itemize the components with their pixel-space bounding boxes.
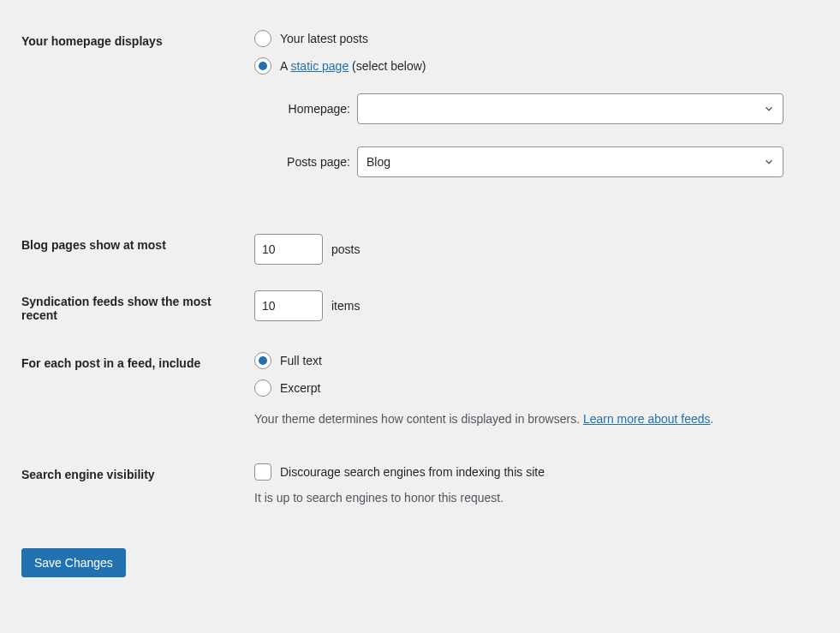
syndication-label: Syndication feeds show the most recent [21,278,246,339]
blog-pages-unit: posts [331,242,360,256]
homepage-select-label: Homepage: [273,102,350,116]
syndication-input[interactable] [254,290,323,321]
search-visibility-desc: It is up to search engines to honor this… [254,491,810,505]
homepage-static-page-label[interactable]: A static page (select below) [280,59,426,73]
learn-more-feeds-link[interactable]: Learn more about feeds [583,412,711,426]
feed-include-label: For each post in a feed, include [21,339,246,451]
feed-excerpt-label[interactable]: Excerpt [280,381,320,395]
posts-page-select-label: Posts page: [273,155,350,169]
blog-pages-label: Blog pages show at most [21,221,246,278]
save-changes-button[interactable]: Save Changes [21,548,126,577]
posts-page-select[interactable]: Blog [357,146,783,177]
syndication-unit: items [331,299,360,313]
feed-description: Your theme determines how content is dis… [254,412,810,426]
homepage-static-page-radio[interactable] [254,57,271,75]
feed-full-text-label[interactable]: Full text [280,354,322,367]
homepage-latest-posts-radio[interactable] [254,30,271,47]
feed-full-text-radio[interactable] [254,352,271,369]
feed-excerpt-radio[interactable] [254,379,271,397]
static-page-link[interactable]: static page [290,59,349,73]
search-visibility-checkbox-label[interactable]: Discourage search engines from indexing … [280,465,545,479]
homepage-select[interactable] [357,93,783,124]
search-visibility-checkbox[interactable] [254,463,271,481]
blog-pages-input[interactable] [254,234,323,265]
homepage-displays-label: Your homepage displays [21,17,246,221]
settings-form-table: Your homepage displays Your latest posts… [21,17,819,529]
search-visibility-label: Search engine visibility [21,451,246,529]
homepage-latest-posts-label[interactable]: Your latest posts [280,32,368,45]
